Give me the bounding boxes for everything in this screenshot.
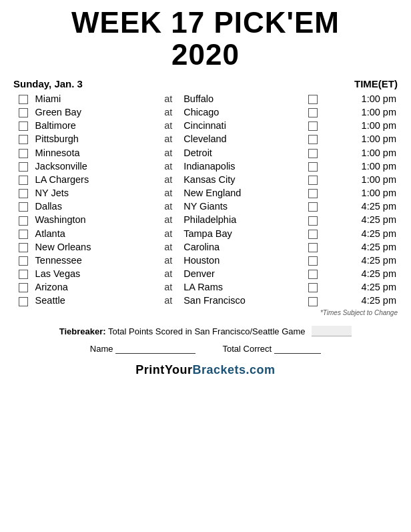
- home-checkbox-cell[interactable]: [303, 132, 324, 146]
- away-team: Seattle: [34, 294, 155, 307]
- home-checkbox[interactable]: [308, 297, 318, 306]
- table-row: Baltimore at Cincinnati 1:00 pm: [13, 119, 398, 132]
- home-checkbox-cell[interactable]: [303, 173, 324, 186]
- tiebreaker-label: Tiebreaker:: [59, 326, 106, 336]
- away-checkbox[interactable]: [19, 189, 28, 198]
- away-team: Minnesota: [34, 146, 155, 159]
- game-time: 1:00 pm: [324, 173, 398, 186]
- home-checkbox[interactable]: [308, 256, 318, 266]
- tiebreaker-section: Tiebreaker: Total Points Scored in San F…: [13, 326, 398, 336]
- away-checkbox-cell[interactable]: [13, 280, 34, 294]
- away-checkbox[interactable]: [19, 243, 28, 252]
- home-checkbox[interactable]: [308, 243, 318, 252]
- away-checkbox[interactable]: [19, 149, 28, 158]
- away-checkbox[interactable]: [19, 162, 28, 172]
- game-time: 4:25 pm: [324, 254, 398, 267]
- home-checkbox[interactable]: [308, 283, 318, 292]
- table-row: Green Bay at Chicago 1:00 pm: [13, 105, 398, 119]
- home-checkbox[interactable]: [308, 135, 318, 144]
- home-checkbox-cell[interactable]: [303, 92, 324, 105]
- home-team: Indianapolis: [182, 160, 303, 173]
- home-checkbox[interactable]: [308, 270, 318, 279]
- at-separator: at: [154, 173, 182, 186]
- away-checkbox[interactable]: [19, 121, 28, 131]
- home-team: New England: [182, 186, 303, 200]
- home-checkbox-cell[interactable]: [303, 146, 324, 159]
- at-separator: at: [154, 294, 182, 307]
- home-checkbox-cell[interactable]: [303, 227, 324, 240]
- away-checkbox-cell[interactable]: [13, 92, 34, 105]
- home-checkbox[interactable]: [308, 230, 318, 239]
- away-checkbox-cell[interactable]: [13, 240, 34, 254]
- home-checkbox-cell[interactable]: [303, 254, 324, 267]
- home-checkbox[interactable]: [308, 121, 318, 131]
- home-checkbox-cell[interactable]: [303, 186, 324, 200]
- away-checkbox-cell[interactable]: [13, 267, 34, 280]
- home-checkbox-cell[interactable]: [303, 240, 324, 254]
- home-team: Carolina: [182, 240, 303, 254]
- away-checkbox[interactable]: [19, 230, 28, 239]
- home-team: Kansas City: [182, 173, 303, 186]
- away-checkbox[interactable]: [19, 283, 28, 292]
- tiebreaker-input[interactable]: [312, 326, 352, 336]
- away-checkbox[interactable]: [19, 95, 28, 104]
- away-checkbox-cell[interactable]: [13, 146, 34, 159]
- footer-brackets: Brackets: [193, 363, 246, 376]
- away-checkbox-cell[interactable]: [13, 160, 34, 173]
- home-checkbox[interactable]: [308, 176, 318, 185]
- game-time: 1:00 pm: [324, 132, 398, 146]
- home-checkbox[interactable]: [308, 189, 318, 198]
- away-checkbox[interactable]: [19, 256, 28, 266]
- home-checkbox-cell[interactable]: [303, 267, 324, 280]
- away-checkbox[interactable]: [19, 176, 28, 185]
- total-correct-input[interactable]: [274, 343, 321, 354]
- home-checkbox-cell[interactable]: [303, 200, 324, 213]
- name-label: Name: [90, 344, 113, 354]
- away-checkbox-cell[interactable]: [13, 119, 34, 132]
- away-checkbox[interactable]: [19, 108, 28, 117]
- away-checkbox[interactable]: [19, 270, 28, 279]
- at-separator: at: [154, 146, 182, 159]
- home-checkbox[interactable]: [308, 162, 318, 172]
- game-time: 1:00 pm: [324, 105, 398, 119]
- away-checkbox[interactable]: [19, 216, 28, 226]
- away-checkbox-cell[interactable]: [13, 173, 34, 186]
- home-team: Tampa Bay: [182, 227, 303, 240]
- away-checkbox-cell[interactable]: [13, 200, 34, 213]
- game-time: 4:25 pm: [324, 227, 398, 240]
- game-time: 4:25 pm: [324, 267, 398, 280]
- away-checkbox-cell[interactable]: [13, 294, 34, 307]
- home-checkbox[interactable]: [308, 95, 318, 104]
- times-note: *Times Subject to Change: [13, 309, 398, 316]
- away-checkbox-cell[interactable]: [13, 213, 34, 226]
- home-checkbox[interactable]: [308, 216, 318, 226]
- games-table: Miami at Buffalo 1:00 pm Green Bay at Ch…: [13, 92, 398, 308]
- home-checkbox-cell[interactable]: [303, 294, 324, 307]
- away-checkbox-cell[interactable]: [13, 254, 34, 267]
- home-checkbox-cell[interactable]: [303, 213, 324, 226]
- away-checkbox[interactable]: [19, 135, 28, 144]
- away-checkbox-cell[interactable]: [13, 132, 34, 146]
- home-checkbox-cell[interactable]: [303, 105, 324, 119]
- table-row: New Orleans at Carolina 4:25 pm: [13, 240, 398, 254]
- away-checkbox-cell[interactable]: [13, 186, 34, 200]
- home-checkbox-cell[interactable]: [303, 160, 324, 173]
- at-separator: at: [154, 119, 182, 132]
- away-checkbox-cell[interactable]: [13, 227, 34, 240]
- away-checkbox-cell[interactable]: [13, 105, 34, 119]
- away-checkbox[interactable]: [19, 297, 28, 306]
- home-checkbox-cell[interactable]: [303, 280, 324, 294]
- home-team: Chicago: [182, 105, 303, 119]
- home-checkbox[interactable]: [308, 108, 318, 117]
- time-header: TIME(ET): [354, 78, 398, 89]
- away-checkbox[interactable]: [19, 202, 28, 212]
- game-time: 1:00 pm: [324, 119, 398, 132]
- home-checkbox[interactable]: [308, 202, 318, 212]
- table-row: NY Jets at New England 1:00 pm: [13, 186, 398, 200]
- home-checkbox[interactable]: [308, 149, 318, 158]
- away-team: Atlanta: [34, 227, 155, 240]
- name-input[interactable]: [115, 343, 195, 354]
- home-checkbox-cell[interactable]: [303, 119, 324, 132]
- table-row: Seattle at San Francisco 4:25 pm: [13, 294, 398, 307]
- at-separator: at: [154, 213, 182, 226]
